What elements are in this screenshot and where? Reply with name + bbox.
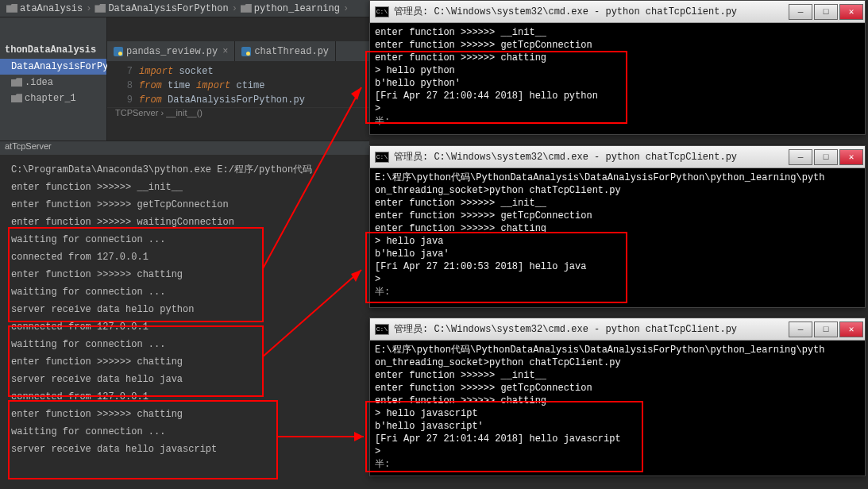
folder-icon	[241, 4, 252, 13]
annotation-box	[8, 325, 264, 397]
folder-icon	[6, 4, 17, 13]
annotation-box	[8, 227, 264, 322]
editor: pandas_review.py× chatThread.py 789 impo…	[107, 17, 369, 141]
folder-icon	[11, 78, 22, 87]
close-button[interactable]: ✕	[839, 149, 863, 165]
annotation-box	[365, 232, 627, 303]
minimize-button[interactable]: —	[789, 322, 812, 337]
window-title: 管理员: C:\Windows\system32\cmd.exe - pytho…	[394, 322, 789, 336]
terminal-line: enter function >>>>>> __init__	[375, 369, 860, 382]
titlebar[interactable]: C:\ 管理员: C:\Windows\system32\cmd.exe - p…	[370, 318, 865, 341]
minimize-button[interactable]: —	[789, 149, 812, 165]
tree-node[interactable]: chapter_1	[0, 90, 106, 106]
tab-chatthread[interactable]: chatThread.py	[235, 41, 336, 61]
crumb[interactable]: python_learning	[241, 3, 340, 14]
terminal-line: on_threading_socket>python chatTcpClient…	[375, 356, 860, 369]
console-line: enter function >>>>>> getTcpConnection	[0, 196, 369, 214]
breadcrumb: ataAnalysis› DataAnalysisForPython› pyth…	[0, 0, 369, 17]
terminal-line: enter function >>>>>> __init__	[375, 26, 860, 39]
window-title: 管理员: C:\Windows\system32\cmd.exe - pytho…	[394, 150, 789, 164]
tree-node[interactable]: DataAnalysisForPyth	[0, 59, 106, 75]
tool-window-title[interactable]: atTcpServer	[0, 141, 369, 155]
terminal-line: enter function >>>>>> getTcpConnection	[375, 210, 860, 222]
close-icon[interactable]: ×	[222, 46, 228, 57]
terminal-line: enter function >>>>>> getTcpConnection	[375, 39, 860, 52]
cmd-icon: C:\	[375, 6, 389, 17]
cmd-icon: C:\	[375, 152, 389, 163]
minimize-button[interactable]: —	[789, 4, 812, 20]
code-lines: import socket from time import ctime fro…	[139, 64, 369, 107]
crumb[interactable]: DataAnalysisForPython	[95, 3, 228, 14]
window-title: 管理员: C:\Windows\system32\cmd.exe - pytho…	[394, 5, 789, 18]
console-line: enter function >>>>>> __init__	[0, 179, 369, 196]
python-icon	[241, 47, 251, 56]
gutter: 789	[107, 64, 139, 107]
tree-node[interactable]: .idea	[0, 75, 106, 90]
python-icon	[114, 47, 123, 56]
terminal-line: on_threading_socket>python chatTcpClient…	[375, 184, 860, 197]
console-line: C:\ProgramData\Anaconda3\python.exe E:/程…	[0, 161, 369, 179]
close-button[interactable]: ✕	[839, 322, 863, 337]
editor-tabs: pandas_review.py× chatThread.py	[107, 41, 369, 61]
maximize-button[interactable]: □	[814, 4, 838, 20]
folder-icon	[11, 94, 22, 102]
terminal-line: enter function >>>>>> __init__	[375, 197, 860, 210]
project-root[interactable]: thonDataAnalysis	[0, 41, 106, 59]
code-area[interactable]: 789 import socket from time import ctime…	[107, 61, 369, 107]
tab-pandas-review[interactable]: pandas_review.py×	[107, 41, 235, 61]
cmd-icon: C:\	[375, 324, 389, 335]
maximize-button[interactable]: □	[814, 149, 838, 165]
terminal-line: enter function >>>>>> getTcpConnection	[375, 382, 860, 395]
project-panel[interactable]: thonDataAnalysis DataAnalysisForPyth .id…	[0, 17, 107, 141]
close-button[interactable]: ✕	[839, 4, 863, 20]
maximize-button[interactable]: □	[814, 322, 838, 337]
annotation-box	[365, 51, 627, 124]
titlebar[interactable]: C:\ 管理员: C:\Windows\system32\cmd.exe - p…	[370, 1, 865, 23]
terminal-line: E:\程序\python代码\PythonDataAnalysis\DataAn…	[375, 171, 860, 184]
annotation-box	[8, 400, 278, 479]
folder-icon	[95, 4, 106, 13]
structure-breadcrumb[interactable]: TCPServer › __init__()	[107, 107, 369, 121]
terminal-line: E:\程序\python代码\PythonDataAnalysis\DataAn…	[375, 344, 860, 356]
titlebar[interactable]: C:\ 管理员: C:\Windows\system32\cmd.exe - p…	[370, 146, 865, 168]
annotation-box	[365, 401, 643, 472]
crumb[interactable]: ataAnalysis	[6, 3, 83, 14]
